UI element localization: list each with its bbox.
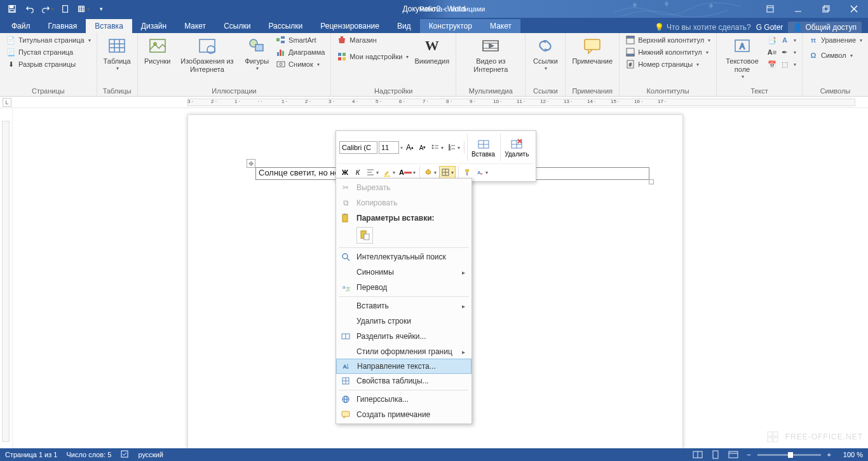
zoom-in-button[interactable]: + <box>825 451 834 458</box>
share-button[interactable]: 👤 Общий доступ <box>788 22 862 33</box>
minimize-icon[interactable] <box>784 0 812 18</box>
status-page[interactable]: Страница 1 из 1 <box>5 451 57 458</box>
bold-icon[interactable]: Ж <box>339 166 351 179</box>
numbering-icon[interactable]: 12 <box>446 141 461 154</box>
ctx-cut[interactable]: ✂Вырезать <box>336 180 471 195</box>
dropcap-button[interactable]: A≡✒ <box>765 46 798 58</box>
svg-rect-31 <box>338 53 341 56</box>
shrink-font-icon[interactable]: A▾ <box>417 141 428 154</box>
header-button[interactable]: Верхний колонтитул <box>623 34 712 46</box>
table-resize-handle[interactable] <box>649 179 654 184</box>
symbol-button[interactable]: ΩСимвол <box>806 50 864 61</box>
table-move-handle[interactable]: ✥ <box>247 159 255 168</box>
spellcheck-icon[interactable] <box>120 450 129 460</box>
user-name[interactable]: G Goter <box>756 23 783 32</box>
ctx-copy[interactable]: ⧉Копировать <box>336 195 471 210</box>
maximize-icon[interactable] <box>812 0 840 18</box>
tab-references[interactable]: Ссылки <box>215 19 259 33</box>
ctx-smart-lookup[interactable]: Интеллектуальный поиск <box>336 249 471 265</box>
textbox-button[interactable]: AТекстовое поле <box>721 34 764 81</box>
mini-size-select[interactable]: 11 <box>379 141 399 154</box>
links-button[interactable]: Ссылки <box>529 34 561 73</box>
tell-me-search[interactable]: 💡 Что вы хотите сделать? <box>654 23 751 32</box>
ctx-insert[interactable]: Вставить <box>336 298 471 313</box>
quick-parts-button[interactable]: 📑A <box>765 34 798 46</box>
ctx-new-comment[interactable]: Создать примечание <box>336 407 471 422</box>
table-icon <box>107 36 127 56</box>
zoom-level[interactable]: 100 % <box>837 451 863 458</box>
bullets-icon[interactable] <box>430 141 445 154</box>
tab-home[interactable]: Главная <box>39 19 86 33</box>
grow-font-icon[interactable]: A▴ <box>404 141 416 154</box>
page-break-button[interactable]: ⬇Разрыв страницы <box>4 58 93 70</box>
italic-icon[interactable]: К <box>352 166 363 179</box>
font-color-icon[interactable]: A <box>398 166 417 179</box>
tab-insert[interactable]: Вставка <box>86 19 132 33</box>
undo-icon[interactable] <box>22 1 38 17</box>
pictures-button[interactable]: Рисунки <box>142 34 173 67</box>
horizontal-ruler[interactable]: L 3 · 2 · 1 · · · 1 · 2 · 3 · 4 · 5 · 6 … <box>0 97 868 108</box>
redo-icon[interactable] <box>39 1 56 17</box>
mini-toolbar: Calibri (С 11 ▾ A▴ A▾ 12 Вставка Удалить… <box>336 130 536 182</box>
tab-table-layout[interactable]: Макет <box>481 19 520 33</box>
status-language[interactable]: русский <box>138 451 163 458</box>
chart-button[interactable]: Диаграмма <box>274 46 327 58</box>
ctx-translate[interactable]: a文Перевод <box>336 280 471 295</box>
mini-delete-button[interactable]: Удалить <box>500 134 532 162</box>
tab-design[interactable]: Дизайн <box>132 19 175 33</box>
screenshot-button[interactable]: Снимок <box>274 58 327 70</box>
print-layout-icon[interactable] <box>709 449 722 460</box>
close-icon[interactable] <box>840 0 868 18</box>
footer-button[interactable]: Нижний колонтитул <box>623 46 712 58</box>
qat-customize-icon[interactable]: ▾ <box>93 1 109 17</box>
web-layout-icon[interactable] <box>726 449 740 460</box>
ctx-synonyms[interactable]: Синонимы <box>336 265 471 280</box>
ctx-delete-rows[interactable]: Удалить строки <box>336 313 471 329</box>
format-painter-icon[interactable] <box>461 166 473 179</box>
equation-label: Уравнение <box>821 36 856 44</box>
smartart-button[interactable]: SmartArt <box>274 34 327 46</box>
mini-font-select[interactable]: Calibri (С <box>339 141 377 154</box>
tab-view[interactable]: Вид <box>388 19 420 33</box>
ctx-split-cells[interactable]: Разделить ячейки... <box>336 329 471 344</box>
blank-page-button[interactable]: 📃Пустая страница <box>4 46 93 58</box>
tab-table-design[interactable]: Конструктор <box>420 19 481 33</box>
page-number-button[interactable]: #Номер страницы <box>623 58 712 70</box>
touch-mode-icon[interactable] <box>75 1 92 17</box>
ctx-border-styles[interactable]: Стили оформления границ <box>336 344 471 359</box>
save-icon[interactable] <box>4 1 20 17</box>
read-mode-icon[interactable] <box>691 449 705 460</box>
ctx-hyperlink[interactable]: Гиперссылка... <box>336 392 471 407</box>
tab-file[interactable]: Файл <box>3 19 39 33</box>
shading-icon[interactable] <box>423 166 438 179</box>
cover-page-button[interactable]: 📄Титульная страница <box>4 34 93 46</box>
zoom-slider[interactable] <box>757 454 821 456</box>
table-button[interactable]: Таблица <box>101 34 133 73</box>
online-video-button[interactable]: Видео из Интернета <box>460 34 521 75</box>
ctx-table-properties[interactable]: Свойства таблицы... <box>336 373 471 389</box>
styles-icon[interactable]: Aa <box>474 166 489 179</box>
store-button[interactable]: Магазин <box>335 34 410 46</box>
highlight-icon[interactable] <box>381 166 397 179</box>
ctx-text-direction[interactable]: AНаправление текста... <box>336 359 471 374</box>
comment-button[interactable]: Примечание <box>569 34 615 67</box>
borders-icon[interactable] <box>439 166 456 179</box>
new-doc-icon[interactable] <box>57 1 74 17</box>
shapes-button[interactable]: Фигуры <box>241 34 273 73</box>
online-pictures-button[interactable]: Изображения из Интернета <box>175 34 240 75</box>
zoom-out-button[interactable]: − <box>744 451 753 458</box>
align-icon[interactable] <box>365 166 380 179</box>
vertical-ruler[interactable] <box>0 108 13 448</box>
ribbon-options-icon[interactable] <box>756 0 784 18</box>
status-words[interactable]: Число слов: 5 <box>66 451 111 458</box>
object-button[interactable]: 📅⬚ <box>765 58 798 70</box>
equation-button[interactable]: πУравнение <box>806 34 864 46</box>
tab-review[interactable]: Рецензирование <box>311 19 388 33</box>
tab-layout[interactable]: Макет <box>175 19 215 33</box>
tab-selector[interactable]: L <box>3 98 11 107</box>
wikipedia-button[interactable]: WВикипедия <box>412 34 452 67</box>
tab-mailings[interactable]: Рассылки <box>259 19 311 33</box>
my-addins-button[interactable]: Мои надстройки <box>335 51 410 62</box>
paste-keep-source-button[interactable] <box>356 227 373 244</box>
mini-insert-button[interactable]: Вставка <box>467 134 499 162</box>
